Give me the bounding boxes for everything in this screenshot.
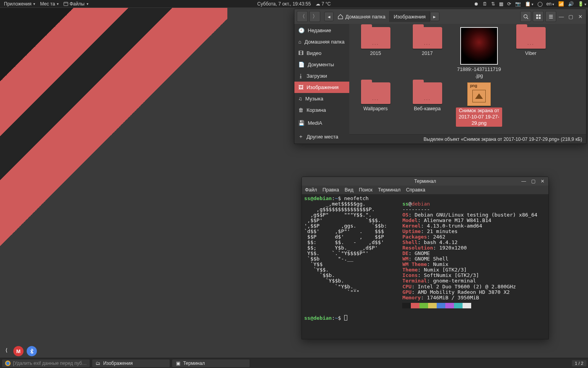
search-icon (523, 14, 529, 20)
taskbar-item[interactable]: 🗂 Изображения (92, 359, 170, 368)
nav-forward-button[interactable]: 〉 (309, 11, 320, 22)
sidebar-item-video[interactable]: 🎞Видео (294, 47, 349, 59)
fm-headerbar: 〈 〉 ◂ Домашняя папка Изображения ▸ — ▢ ✕ (294, 9, 586, 24)
files-menu[interactable]: Файлы▾ (61, 1, 91, 7)
tray-grid-icon[interactable]: ▦ (499, 1, 503, 7)
drive-icon: 💾 (298, 120, 305, 126)
dock-mega-icon[interactable]: M (13, 346, 24, 356)
sidebar-item-pictures[interactable]: 🖼Изображения (294, 82, 349, 93)
sidebar-item-media[interactable]: 💾MediA (294, 117, 349, 129)
places-label: Мес та (40, 1, 55, 7)
applications-label: Приложения (4, 1, 31, 7)
dock-row: ⟨ M (2, 346, 37, 356)
grid-icon (535, 14, 541, 20)
top-panel: Приложения▾ Мес та▾ Файлы▾ Суббота, 7 ок… (0, 0, 588, 7)
menu-help[interactable]: Справка (406, 187, 425, 193)
svg-rect-0 (64, 2, 68, 5)
tray-camera-icon[interactable]: 📷 (515, 1, 521, 7)
window-maximize-button[interactable]: ▢ (530, 178, 537, 185)
menu-file[interactable]: Файл (305, 187, 317, 193)
menu-terminal[interactable]: Терминал (378, 187, 401, 193)
places-menu[interactable]: Мес та▾ (38, 1, 61, 7)
tray-activity-icon[interactable]: ◯ (537, 1, 543, 7)
path-bar: ◂ Домашняя папка Изображения ▸ (324, 11, 439, 22)
hamburger-menu-button[interactable] (545, 11, 556, 22)
folder-item[interactable]: ···Viber (508, 27, 554, 79)
menu-view[interactable]: Вид (345, 187, 354, 193)
folder-icon: ··· (516, 27, 546, 49)
path-prev-button[interactable]: ◂ (324, 12, 334, 21)
bluetooth-icon (29, 348, 34, 354)
window-minimize-button[interactable]: — (558, 13, 565, 20)
folder-item[interactable]: ···Wallpapers (352, 82, 399, 127)
terminal-content[interactable]: ss@debian:~$ neofetch _,met$$$$$gg. ss@d… (302, 194, 548, 339)
applications-menu[interactable]: Приложения▾ (2, 1, 38, 7)
image-item[interactable]: 71889:-1437111719.jpg (456, 27, 502, 79)
tray-usb-icon[interactable]: ⇅ (491, 1, 495, 7)
path-next-button[interactable]: ▸ (430, 12, 439, 21)
clock-icon: 🕘 (298, 27, 305, 33)
sidebar-item-home[interactable]: ⌂Домашняя папка (294, 36, 349, 47)
fm-icon-grid[interactable]: ···2015 ···2017 71889:-1437111719.jpg ··… (349, 24, 586, 134)
trash-icon: 🗑 (298, 107, 303, 113)
sidebar-item-documents[interactable]: 📄Документы (294, 59, 349, 70)
bottom-panel: [Удалить exif данные перед пуб… 🗂 Изобра… (0, 358, 588, 368)
path-segment-current[interactable]: Изображения (390, 11, 430, 22)
file-manager-window: 〈 〉 ◂ Домашняя папка Изображения ▸ — ▢ ✕ (294, 9, 586, 144)
sidebar-item-downloads[interactable]: ⭳Загрузки (294, 70, 349, 82)
system-tray: ⏺ 🗓 ⇅ ▦ ⟳ 📷 📋▾ ◯ en▾ 📶 🔊 🔋▾ (474, 1, 586, 7)
view-grid-button[interactable] (533, 11, 544, 22)
tray-volume-icon[interactable]: 🔊 (568, 1, 574, 7)
menu-search[interactable]: Поиск (359, 187, 373, 193)
terminal-title-label: Терминал (414, 179, 436, 184)
fm-status-bar: Выделен объект «Снимок экрана от 2017-10… (349, 134, 586, 144)
svg-rect-5 (539, 14, 541, 16)
taskbar-item[interactable]: ▣ Терминал (172, 359, 250, 368)
plus-icon: ＋ (298, 133, 303, 140)
downloads-icon: ⭳ (298, 73, 303, 79)
terminal-menubar: Файл Правка Вид Поиск Терминал Справка (302, 186, 548, 194)
sidebar-item-recent[interactable]: 🕘Недавние (294, 25, 349, 36)
tray-battery-icon[interactable]: 🔋▾ (578, 1, 586, 7)
window-maximize-button[interactable]: ▢ (567, 13, 574, 20)
terminal-titlebar[interactable]: Терминал — ▢ ✕ (302, 177, 548, 186)
image-item-selected[interactable]: png Снимок экрана от 2017-10-07 19-27-29… (456, 82, 502, 127)
nav-back-button[interactable]: 〈 (297, 11, 308, 22)
pictures-icon: 🖼 (298, 84, 303, 90)
fm-sidebar: 🕘Недавние ⌂Домашняя папка 🎞Видео 📄Докуме… (294, 24, 349, 144)
tray-language-icon[interactable]: en▾ (546, 1, 554, 7)
sidebar-item-trash[interactable]: 🗑Корзина (294, 104, 349, 116)
workspace-indicator[interactable]: 1 / 2 (572, 360, 586, 366)
tray-recorder-icon[interactable]: ⏺ (474, 1, 479, 7)
weather-widget[interactable]: ☁ 7 °C (316, 1, 331, 7)
menu-edit[interactable]: Правка (323, 187, 339, 193)
tray-clipboard-icon[interactable]: 📋▾ (525, 1, 534, 7)
folder-icon: ··· (361, 27, 390, 49)
search-button[interactable] (520, 11, 531, 22)
sidebar-item-music[interactable]: ♫Музыка (294, 93, 349, 104)
folder-item[interactable]: ···2015 (352, 27, 399, 79)
window-minimize-button[interactable]: — (520, 178, 527, 185)
taskbar-item[interactable]: [Удалить exif данные перед пуб… (2, 359, 90, 368)
tray-network-icon[interactable]: 📶 (558, 1, 564, 7)
terminal-icon: ▣ (175, 361, 181, 366)
window-close-button[interactable]: ✕ (577, 13, 584, 20)
window-close-button[interactable]: ✕ (539, 178, 546, 185)
tray-sync-icon[interactable]: ⟳ (507, 1, 511, 7)
folder-item[interactable]: ···Веб-камера (404, 82, 450, 127)
files-icon (64, 2, 68, 6)
tray-calendar-icon[interactable]: 🗓 (483, 1, 487, 7)
dock-back-button[interactable]: ⟨ (2, 346, 10, 354)
folder-item[interactable]: ···2017 (404, 27, 450, 79)
folder-icon: ··· (413, 27, 442, 49)
dock-bluetooth-icon[interactable] (27, 346, 37, 356)
video-icon: 🎞 (298, 50, 303, 56)
hamburger-icon (548, 14, 554, 20)
path-segment-home[interactable]: Домашняя папка (334, 11, 390, 22)
filemanager-icon: 🗂 (95, 361, 101, 366)
home-icon: ⌂ (298, 39, 301, 45)
home-icon (338, 14, 343, 20)
sidebar-item-other[interactable]: ＋Другие места (294, 130, 349, 143)
clock-label[interactable]: Суббота, 7 окт., 19:43:55 (257, 1, 311, 7)
browser-icon (5, 361, 11, 366)
